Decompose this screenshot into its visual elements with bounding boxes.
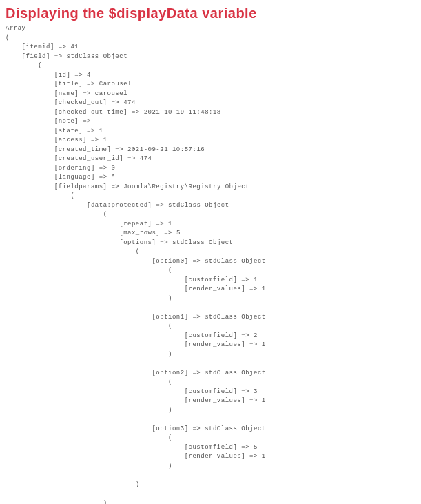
fieldparams-key: [fieldparams] [54,183,107,190]
customfield-key: [customfield] [185,388,238,395]
ordering-val: 0 [111,165,115,172]
access-val: 1 [103,137,107,143]
paren-open: ( [6,34,10,41]
option3-customfield: 5 [254,444,258,451]
option1-key: [option1] [152,314,188,321]
option1-render: 1 [262,341,266,348]
option2-customfield: 3 [254,388,258,395]
state-val: 1 [99,128,103,134]
created-time-val: 2021-09-21 10:57:16 [127,146,205,153]
id-key: [id] [54,72,71,79]
title-val: Carousel [99,81,132,88]
created-time-key: [created_time] [54,146,112,153]
customfield-key: [customfield] [185,444,238,451]
option1-customfield: 2 [254,332,258,339]
id-val: 4 [87,72,91,79]
option-type: stdClass Object [205,425,266,432]
ordering-key: [ordering] [54,165,95,172]
option0-key: [option0] [152,258,188,265]
data-protected-type: stdClass Object [168,202,229,209]
name-key: [name] [54,90,79,97]
max-rows-key: [max_rows] [119,230,160,236]
field-key: [field] [22,53,50,60]
language-key: [language] [54,174,95,181]
note-key: [note] [54,118,79,125]
render-values-key: [render_values] [185,397,246,404]
root-type: Array [6,25,26,32]
name-val: carousel [95,90,127,97]
field-type: stdClass Object [67,53,128,60]
itemid-key: [itemid] [22,43,54,50]
render-values-key: [render_values] [185,341,246,348]
option0-render: 1 [262,285,266,292]
option0-customfield: 1 [254,276,258,283]
render-values-key: [render_values] [185,453,246,460]
fieldparams-type: Joomla\Registry\Registry Object [123,183,249,190]
checked-out-val: 474 [123,99,136,106]
page-title: Displaying the $displayData variable [6,6,415,21]
customfield-key: [customfield] [185,332,238,339]
option3-render: 1 [262,453,266,460]
repeat-key: [repeat] [119,221,152,228]
checked-out-time-val: 2021-10-19 11:48:18 [144,109,221,116]
option-type: stdClass Object [205,314,266,321]
option2-key: [option2] [152,370,188,376]
data-protected-key: [data:protected] [87,202,152,209]
max-rows-val: 5 [176,230,181,236]
language-val: * [111,174,115,181]
option-type: stdClass Object [205,370,266,376]
itemid-val: 41 [70,43,79,50]
render-values-key: [render_values] [185,285,246,292]
created-user-id-key: [created_user_id] [54,155,123,162]
options-key: [options] [119,239,156,246]
title-key: [title] [54,81,83,88]
checked-out-key: [checked_out] [54,99,107,106]
options-type: stdClass Object [172,239,234,246]
option-type: stdClass Object [205,258,266,265]
option3-key: [option3] [152,425,188,432]
access-key: [access] [54,137,87,143]
var-dump: Array ( [itemid] => 41 [field] => stdCla… [6,24,415,504]
customfield-key: [customfield] [185,276,238,283]
created-user-id-val: 474 [140,155,152,162]
checked-out-time-key: [checked_out_time] [54,109,127,116]
state-key: [state] [54,128,83,134]
repeat-val: 1 [168,221,172,228]
option2-render: 1 [262,397,266,404]
